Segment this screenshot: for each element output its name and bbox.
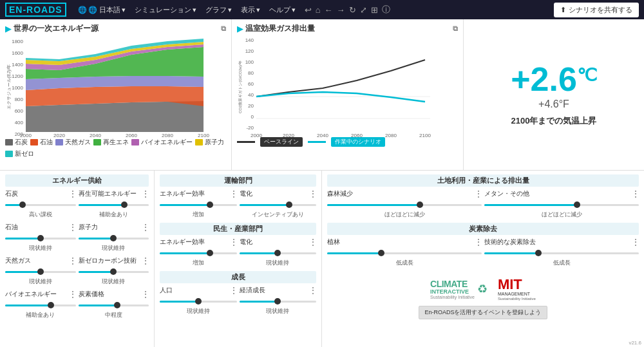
- copy-icon-2[interactable]: ⧉: [453, 24, 458, 33]
- bio-control: バイオエネルギー ⋮ 補助金あり: [5, 290, 76, 319]
- svg-text:CO2換算ギガトン(GtCO2e)/年: CO2換算ギガトン(GtCO2e)/年: [238, 61, 242, 113]
- oil-slider[interactable]: [5, 233, 76, 243]
- newzero-dots[interactable]: ⋮: [142, 256, 149, 265]
- svg-text:2080: 2080: [385, 133, 397, 138]
- svg-text:40: 40: [248, 92, 254, 98]
- back-icon[interactable]: ←: [325, 5, 333, 15]
- gas-dots[interactable]: ⋮: [69, 256, 76, 265]
- nav-simulation[interactable]: シミュレーション ▾: [132, 4, 199, 16]
- newzero-slider[interactable]: [79, 267, 149, 277]
- afforestation-slider[interactable]: [327, 248, 482, 258]
- carbon-price-slider[interactable]: [79, 300, 149, 310]
- scenario-line: [308, 141, 326, 143]
- tech-carbon-slider[interactable]: [484, 248, 639, 258]
- bio-dots[interactable]: ⋮: [69, 290, 76, 299]
- land-section: 土地利用・産業による排出量 森林減少 ⋮ ほどほどに減少 メタン・その他: [322, 171, 644, 347]
- transport-elec-dots[interactable]: ⋮: [309, 189, 316, 198]
- population-dots[interactable]: ⋮: [230, 286, 237, 295]
- toolbar-icons: ↩ ⌂ ← → ↻ ⤢ ⊞ ⓘ: [305, 4, 390, 15]
- methane-value: ほどほどに減少: [484, 211, 639, 219]
- svg-text:80: 80: [248, 70, 254, 76]
- carbon-price-dots[interactable]: ⋮: [142, 290, 149, 299]
- chevron-icon: ▾: [292, 6, 296, 14]
- globe-icon: 🌐: [78, 6, 87, 14]
- deforestation-dots[interactable]: ⋮: [475, 189, 482, 198]
- oil-dots[interactable]: ⋮: [69, 223, 76, 232]
- transport-elec-slider[interactable]: [240, 200, 317, 210]
- svg-text:2020: 2020: [53, 133, 65, 138]
- civil-eff-label: エネルギー効率 ⋮: [160, 238, 237, 247]
- nuclear-dots[interactable]: ⋮: [142, 223, 149, 232]
- renewable-slider[interactable]: [79, 200, 149, 210]
- carbon-removal-title: 炭素除去: [327, 223, 639, 235]
- svg-text:エクサジュール(EJ)/年: エクサジュール(EJ)/年: [6, 64, 12, 110]
- title-arrow: ▶: [5, 24, 11, 33]
- grid-icon[interactable]: ⊞: [371, 5, 378, 15]
- baseline-chip[interactable]: ベースライン: [260, 137, 303, 147]
- info-icon[interactable]: ⓘ: [382, 4, 390, 15]
- afforestation-control: 植林 ⋮ 低成長: [327, 238, 482, 267]
- expand-icon[interactable]: ⤢: [360, 5, 367, 15]
- deforestation-label: 森林減少 ⋮: [327, 189, 482, 198]
- control-group-4: バイオエネルギー ⋮ 補助金あり 炭素価格 ⋮: [5, 290, 149, 319]
- tech-carbon-value: 低成長: [484, 259, 639, 267]
- coal-slider[interactable]: [5, 200, 76, 210]
- transport-title: 運輸部門: [160, 174, 316, 187]
- share-button[interactable]: ⬆ シナリオを共有する: [554, 3, 639, 17]
- nav-help[interactable]: ヘルプ ▾: [267, 4, 298, 16]
- coal-label: 石炭 ⋮: [5, 189, 76, 198]
- svg-text:2000: 2000: [251, 133, 262, 138]
- nuclear-slider[interactable]: [79, 233, 149, 243]
- transport-eff-dots[interactable]: ⋮: [230, 189, 237, 198]
- legend-renewable: 再生エネ: [93, 138, 129, 147]
- population-slider[interactable]: [160, 296, 237, 306]
- methane-slider[interactable]: [484, 200, 639, 210]
- copy-icon[interactable]: ⧉: [221, 24, 226, 33]
- oil-control: 石油 ⋮ 現状維持: [5, 223, 76, 252]
- gas-slider[interactable]: [5, 267, 76, 277]
- growth-title: 成長: [160, 271, 316, 283]
- energy-supply-title: エネルギー供給: [5, 174, 149, 187]
- chevron-icon: ▾: [122, 6, 126, 14]
- register-button[interactable]: En-ROADSを活用するイベントを登録しよう: [419, 306, 547, 319]
- civil-eff-dots[interactable]: ⋮: [230, 238, 237, 247]
- afforestation-dots[interactable]: ⋮: [475, 238, 482, 247]
- svg-text:120: 120: [245, 48, 254, 54]
- undo-icon[interactable]: ↩: [305, 5, 312, 15]
- economic-growth-slider[interactable]: [240, 296, 317, 306]
- controls-row: エネルギー供給 石炭 ⋮ 高い課税 再生可能エネルギー: [0, 171, 644, 347]
- refresh-icon[interactable]: ↻: [349, 5, 356, 15]
- civil-eff-slider[interactable]: [160, 248, 237, 258]
- civil-elec-slider[interactable]: [240, 248, 317, 258]
- legend-oil: 石油: [30, 138, 53, 147]
- nav-graph[interactable]: グラフ ▾: [203, 4, 234, 16]
- tech-carbon-control: 技術的な炭素除去 ⋮ 低成長: [484, 238, 639, 267]
- methane-dots[interactable]: ⋮: [632, 189, 639, 198]
- bio-slider[interactable]: [5, 300, 76, 310]
- temp-value: +2.6: [511, 62, 577, 96]
- tech-carbon-dots[interactable]: ⋮: [632, 238, 639, 247]
- civil-elec-dots[interactable]: ⋮: [309, 238, 316, 247]
- forward-icon[interactable]: →: [337, 5, 345, 15]
- renewable-dots[interactable]: ⋮: [142, 189, 149, 198]
- nav-lang[interactable]: 🌐 🌐 日本語 ▾: [75, 4, 128, 16]
- home-icon[interactable]: ⌂: [316, 5, 321, 15]
- gas-control: 天然ガス ⋮ 現状維持: [5, 256, 76, 286]
- transport-section: 運輸部門 エネルギー効率 ⋮ 増加 電化 ⋮: [155, 171, 322, 347]
- economic-growth-dots[interactable]: ⋮: [309, 286, 316, 295]
- svg-text:400: 400: [15, 120, 24, 126]
- legend-coal: 石炭: [5, 138, 28, 147]
- deforestation-slider[interactable]: [327, 200, 482, 210]
- coal-dots[interactable]: ⋮: [69, 189, 76, 198]
- svg-text:-20: -20: [246, 125, 254, 131]
- climate-interactive-logo: CLIMATE INTERACTIVE Sustainability Initi…: [430, 279, 488, 299]
- coal-control: 石炭 ⋮ 高い課税: [5, 189, 76, 219]
- scenario-chip[interactable]: 作業中のシナリオ: [331, 137, 385, 147]
- ghg-svg: 140 120 100 80 60 40 20 0 -20 2000 2020 …: [237, 35, 450, 138]
- energy-chart-panel: ▶ 世界の一次エネルギー源 ⧉ 1800 1600 1400 1200 1000…: [0, 19, 232, 170]
- nav-display[interactable]: 表示 ▾: [238, 4, 263, 16]
- transport-eff-slider[interactable]: [160, 200, 237, 210]
- transport-eff-label: エネルギー効率 ⋮: [160, 189, 237, 198]
- header: EN-ROADS 🌐 🌐 日本語 ▾ シミュレーション ▾ グラフ ▾ 表示 ▾…: [0, 0, 644, 19]
- svg-text:1400: 1400: [12, 62, 23, 68]
